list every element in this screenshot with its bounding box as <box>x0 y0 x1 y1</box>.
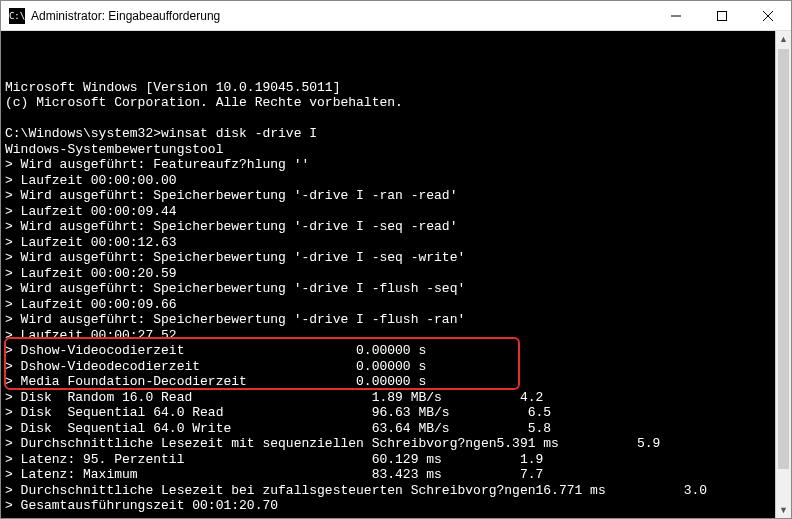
minimize-button[interactable] <box>653 1 699 30</box>
terminal-line: > Durchschnittliche Lesezeit bei zufalls… <box>5 483 787 499</box>
terminal-line: Microsoft Windows [Version 10.0.19045.50… <box>5 80 787 96</box>
minimize-icon <box>671 11 681 21</box>
terminal-line: > Wird ausgeführt: Featureaufz?hlung '' <box>5 157 787 173</box>
maximize-icon <box>717 11 727 21</box>
scroll-up-button[interactable]: ▲ <box>776 31 791 47</box>
terminal-line: > Disk Random 16.0 Read 1.89 MB/s 4.2 <box>5 390 787 406</box>
svg-rect-1 <box>718 11 727 20</box>
terminal-line: > Wird ausgeführt: Speicherbewertung '-d… <box>5 219 787 235</box>
terminal-line: > Disk Sequential 64.0 Write 63.64 MB/s … <box>5 421 787 437</box>
terminal-line: > Laufzeit 00:00:09.66 <box>5 297 787 313</box>
command-prompt-window: C:\ Administrator: Eingabeaufforderung M… <box>0 0 792 519</box>
terminal-output[interactable]: Microsoft Windows [Version 10.0.19045.50… <box>1 31 791 518</box>
close-icon <box>763 11 773 21</box>
terminal-line <box>5 111 787 127</box>
terminal-line: > Laufzeit 00:00:20.59 <box>5 266 787 282</box>
terminal-line: > Laufzeit 00:00:27.52 <box>5 328 787 344</box>
terminal-line: > Gesamtausführungszeit 00:01:20.70 <box>5 498 787 514</box>
terminal-line: > Disk Sequential 64.0 Read 96.63 MB/s 6… <box>5 405 787 421</box>
terminal-line: > Wird ausgeführt: Speicherbewertung '-d… <box>5 188 787 204</box>
terminal-line: > Wird ausgeführt: Speicherbewertung '-d… <box>5 312 787 328</box>
terminal-line: > Latenz: 95. Perzentil 60.129 ms 1.9 <box>5 452 787 468</box>
vertical-scrollbar[interactable]: ▲ ▼ <box>775 31 791 518</box>
window-title: Administrator: Eingabeaufforderung <box>31 9 653 23</box>
window-controls <box>653 1 791 30</box>
terminal-line <box>5 514 787 519</box>
terminal-line: > Laufzeit 00:00:00.00 <box>5 173 787 189</box>
titlebar: C:\ Administrator: Eingabeaufforderung <box>1 1 791 31</box>
app-icon: C:\ <box>9 8 25 24</box>
terminal-line: > Wird ausgeführt: Speicherbewertung '-d… <box>5 250 787 266</box>
terminal-line: > Dshow-Videocodierzeit 0.00000 s <box>5 343 787 359</box>
terminal-line: Windows-Systembewertungstool <box>5 142 787 158</box>
terminal-line: (c) Microsoft Corporation. Alle Rechte v… <box>5 95 787 111</box>
close-button[interactable] <box>745 1 791 30</box>
terminal-line: > Laufzeit 00:00:12.63 <box>5 235 787 251</box>
terminal-line: > Latenz: Maximum 83.423 ms 7.7 <box>5 467 787 483</box>
terminal-line: > Wird ausgeführt: Speicherbewertung '-d… <box>5 281 787 297</box>
terminal-line: > Durchschnittliche Lesezeit mit sequenz… <box>5 436 787 452</box>
maximize-button[interactable] <box>699 1 745 30</box>
terminal-line: > Laufzeit 00:00:09.44 <box>5 204 787 220</box>
terminal-line: > Dshow-Videodecodierzeit 0.00000 s <box>5 359 787 375</box>
scroll-down-button[interactable]: ▼ <box>776 502 791 518</box>
terminal-line: C:\Windows\system32>winsat disk -drive I <box>5 126 787 142</box>
terminal-line: > Media Foundation-Decodierzeit 0.00000 … <box>5 374 787 390</box>
scrollbar-thumb[interactable] <box>778 49 789 469</box>
